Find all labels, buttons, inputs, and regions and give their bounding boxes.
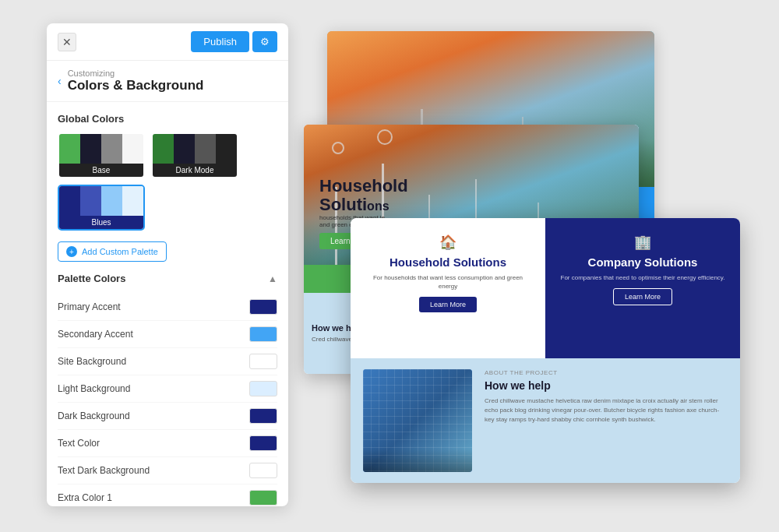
text-color-label: Text Color: [58, 438, 100, 449]
front-right-title: Company Solutions: [588, 255, 698, 270]
light-background-swatch[interactable]: [249, 381, 277, 396]
swatch-12: [122, 186, 143, 216]
front-bottom-text-area: ABOUT THE PROJECT How we help Cred chill…: [485, 369, 728, 472]
color-row-site-background: Site Background: [58, 348, 277, 375]
front-company-icon: 🏢: [634, 234, 651, 251]
color-row-light-background: Light Background: [58, 375, 277, 403]
swatch-2: [80, 134, 101, 164]
primary-accent-label: Primary Accent: [58, 301, 121, 312]
swatch-6: [174, 134, 195, 164]
color-row-primary-accent: Primary Accent: [58, 294, 277, 321]
bottom-label: ABOUT THE PROJECT: [485, 369, 728, 376]
settings-button[interactable]: ⚙: [252, 31, 277, 52]
global-colors-section-label: Global Colors: [58, 113, 277, 125]
front-left-desc: For households that want less consumptio…: [363, 273, 533, 291]
extra-color-1-label: Extra Color 1: [58, 492, 112, 503]
text-dark-background-swatch[interactable]: [249, 463, 277, 478]
secondary-accent-swatch[interactable]: [249, 326, 277, 342]
palette-dark-label: Dark Mode: [153, 164, 237, 177]
chevron-up-icon[interactable]: ▲: [268, 273, 277, 284]
front-home-icon: 🏠: [439, 234, 456, 251]
palette-blues-swatches: [59, 186, 143, 216]
palette-dark-mode[interactable]: Dark Mode: [151, 132, 238, 178]
swatch-7: [195, 134, 216, 164]
extra-color-1-swatch[interactable]: [249, 490, 277, 506]
swatch-5: [153, 134, 174, 164]
publish-button[interactable]: Publish: [191, 31, 249, 52]
color-row-dark-background: Dark Background: [58, 403, 277, 430]
palette-colors-header: Palette Colors ▲: [58, 273, 277, 284]
palette-blues-label: Blues: [59, 216, 143, 229]
palette-base-swatches: [59, 134, 143, 164]
add-icon: +: [66, 246, 77, 257]
site-background-swatch[interactable]: [249, 354, 277, 369]
swatch-1: [59, 134, 80, 164]
solar-panel-image: [363, 369, 472, 472]
breadcrumb-customizing: Customizing: [68, 69, 204, 78]
add-palette-label: Add Custom Palette: [82, 247, 158, 256]
swatch-10: [80, 186, 101, 216]
front-left-card: 🏠 Household Solutions For households tha…: [351, 218, 545, 358]
palette-base-label: Base: [59, 164, 143, 177]
color-row-text-color: Text Color: [58, 430, 277, 457]
close-button[interactable]: ✕: [58, 33, 76, 51]
front-left-title: Household Solutions: [390, 255, 506, 270]
palette-colors-label: Palette Colors: [58, 273, 125, 284]
text-color-swatch[interactable]: [249, 435, 277, 451]
site-background-label: Site Background: [58, 356, 126, 367]
bottom-title: How we help: [485, 379, 728, 392]
dark-background-swatch[interactable]: [249, 408, 277, 424]
swatch-3: [101, 134, 122, 164]
palette-base[interactable]: Base: [58, 132, 145, 178]
swatch-11: [101, 186, 122, 216]
front-right-card: 🏢 Company Solutions For companies that n…: [545, 218, 740, 358]
text-dark-background-label: Text Dark Background: [58, 465, 150, 476]
panel-header: ✕ Publish ⚙: [47, 23, 288, 61]
light-background-label: Light Background: [58, 383, 130, 394]
preview-front-top: 🏠 Household Solutions For households tha…: [351, 218, 740, 358]
front-right-btn[interactable]: Learn More: [613, 288, 672, 305]
preview-front-bottom: ABOUT THE PROJECT How we help Cred chill…: [351, 358, 740, 483]
bottom-text: Cred chillwave mustache helvetica raw de…: [485, 396, 728, 425]
add-palette-button[interactable]: + Add Custom Palette: [58, 241, 167, 262]
breadcrumb-title: Colors & Background: [68, 78, 204, 93]
color-row-extra-color-1: Extra Color 1: [58, 484, 277, 506]
breadcrumb-info: Customizing Colors & Background: [68, 69, 204, 93]
dark-background-label: Dark Background: [58, 410, 130, 421]
panel-content: Global Colors Base: [47, 102, 288, 506]
swatch-8: [216, 134, 237, 164]
swatch-9: [59, 186, 80, 216]
publish-area: Publish ⚙: [191, 31, 277, 52]
color-row-text-dark-background: Text Dark Background: [58, 457, 277, 484]
mid-hero-title: HouseholdSolutions: [319, 177, 408, 214]
front-left-btn[interactable]: Learn More: [419, 297, 477, 312]
back-arrow-button[interactable]: ‹: [58, 75, 62, 87]
color-row-secondary-accent: Secondary Accent: [58, 321, 277, 348]
global-colors-grid: Base Dark Mode: [58, 132, 277, 231]
front-right-desc: For companies that need to optimise thei…: [561, 273, 725, 282]
primary-accent-swatch[interactable]: [249, 299, 277, 315]
customizer-panel: ✕ Publish ⚙ ‹ Customizing Colors & Backg…: [47, 23, 288, 506]
secondary-accent-label: Secondary Accent: [58, 329, 133, 340]
swatch-4: [122, 134, 143, 164]
preview-front-panel: 🏠 Household Solutions For households tha…: [351, 218, 740, 483]
page-wrapper: 🏠 🏢 HouseholdSoluti... households that w…: [0, 0, 779, 532]
palette-dark-swatches: [153, 134, 237, 164]
preview-stack: 🏠 🏢 HouseholdSoluti... households that w…: [304, 16, 756, 514]
palette-blues[interactable]: Blues: [58, 185, 145, 231]
panel-breadcrumb: ‹ Customizing Colors & Background: [47, 61, 288, 102]
